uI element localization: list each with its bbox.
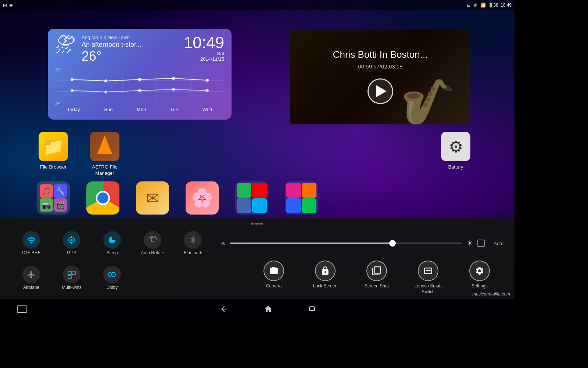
screenshot-action-btn[interactable]: Screen Shot — [356, 261, 397, 295]
bluetooth-status-icon: ⚡ — [473, 3, 478, 8]
brightness-low-icon: ☀ — [220, 240, 226, 247]
folder-grid-1: 🎵 🔧 📷 🎬 — [37, 181, 70, 215]
mail-app[interactable] — [136, 181, 169, 215]
weather-date: 2014/11/15 — [184, 56, 224, 62]
youtube-mini — [252, 183, 267, 198]
panel-handle[interactable] — [0, 218, 514, 230]
recent-nav-btn[interactable] — [301, 302, 323, 316]
file-browser-icon — [39, 132, 68, 161]
settings-action-btn[interactable]: Settings — [459, 261, 500, 295]
day-today: Today — [67, 107, 80, 112]
back-nav-btn[interactable] — [213, 302, 235, 316]
wifi-toggle-label: CTFIBRE — [22, 250, 40, 255]
settings-action-label: Settings — [472, 283, 487, 289]
app-mini-3 — [286, 198, 301, 213]
brightness-thumb — [389, 240, 396, 247]
chrome-app[interactable] — [86, 181, 119, 215]
temp-low-label: 24° — [55, 101, 61, 105]
battery-status-icon: 🔋38 — [488, 3, 498, 8]
auto-brightness-checkbox[interactable] — [477, 240, 485, 247]
battery-app[interactable]: Battery — [441, 132, 470, 170]
weather-temperature: 26° — [82, 49, 178, 64]
wifi-status-icon: 📶 — [480, 3, 486, 8]
folder-cell-3: 📷 — [40, 198, 53, 212]
screenshot-action-label: Screen Shot — [365, 283, 389, 289]
fb-mini — [237, 198, 251, 213]
airplane-label: Airplane — [23, 285, 39, 290]
svg-point-11 — [71, 89, 74, 92]
svg-point-6 — [71, 78, 74, 81]
gps-toggle[interactable]: GPS — [51, 231, 92, 255]
folder-cell-1: 🎵 — [40, 184, 53, 198]
gps-toggle-label: GPS — [67, 250, 76, 255]
weather-widget[interactable]: ⛈ Ang Mo Kio New Town An afternoon t-sto… — [48, 29, 232, 120]
watermark: musicphotolife.com — [472, 291, 510, 297]
wifi-toggle[interactable]: CTFIBRE — [11, 231, 51, 255]
lock-screen-action-btn[interactable]: Lock Screen — [305, 261, 345, 295]
svg-rect-25 — [109, 272, 111, 277]
weather-info: Ang Mo Kio New Town An afternoon t-stor.… — [82, 35, 178, 64]
dolby-label: Dolby — [107, 285, 118, 290]
status-right-icons: ⊟ ⚡ 📶 🔋38 10:49 — [467, 3, 512, 8]
action-buttons: Camera Lock Screen Screen Shot — [254, 261, 500, 295]
status-bar: ⊞ ◈ ⊟ ⚡ 📶 🔋38 10:49 — [0, 0, 514, 10]
auto-brightness-label: Auto — [494, 241, 503, 246]
astro-app[interactable]: ASTRO File Manager — [88, 132, 121, 177]
svg-point-13 — [138, 89, 141, 92]
file-browser-app[interactable]: File Browser — [37, 132, 70, 170]
svg-point-12 — [104, 91, 107, 93]
svg-rect-28 — [309, 307, 315, 311]
sleep-toggle[interactable]: Sleep — [92, 231, 132, 255]
weather-chart — [55, 73, 224, 99]
camera-action-icon — [263, 261, 284, 281]
folder-app-1[interactable]: 🎵 🔧 📷 🎬 — [37, 181, 70, 215]
spotify-mini — [237, 183, 251, 198]
sleep-toggle-label: Sleep — [107, 250, 118, 255]
navigation-bar — [0, 299, 514, 319]
music-title: Chris Botti In Boston... — [333, 49, 428, 60]
music-widget[interactable]: Chris Botti In Boston... 00:59:57/02:03:… — [290, 29, 470, 124]
svg-rect-23 — [72, 271, 75, 275]
lock-screen-action-icon — [315, 261, 336, 281]
smart-switch-action-btn[interactable]: Lenovo Smart Switch — [408, 261, 448, 295]
brightness-slider[interactable] — [230, 243, 462, 244]
dolby-icon — [103, 266, 121, 283]
quick-bottom-row: Airplane Multi-wins Dolby Camera — [0, 257, 514, 298]
svg-point-15 — [206, 89, 209, 92]
play-button[interactable] — [368, 78, 393, 104]
screen-cast-icon: ⊟ — [467, 3, 470, 8]
rotate-toggle-label: Auto Rotate — [141, 250, 164, 255]
dolby-toggle[interactable]: Dolby — [92, 266, 132, 290]
sleep-toggle-icon — [103, 231, 121, 249]
brightness-fill — [230, 243, 392, 244]
astro-label: ASTRO File Manager — [88, 164, 121, 177]
camera-action-btn[interactable]: Camera — [254, 261, 294, 295]
screenshot-action-icon — [366, 261, 387, 281]
svg-rect-22 — [68, 271, 71, 275]
app-mini-1 — [286, 183, 301, 198]
multi-folder-app[interactable] — [285, 181, 318, 215]
day-mon: Mon — [137, 107, 146, 112]
battery-app-icon — [441, 132, 470, 161]
wifi-toggle-icon — [22, 231, 40, 249]
bluetooth-toggle[interactable]: Bluetooth — [173, 231, 213, 255]
weather-location: Ang Mo Kio New Town — [82, 35, 178, 40]
auto-rotate-toggle[interactable]: Auto Rotate — [132, 231, 173, 255]
svg-rect-29 — [310, 306, 314, 307]
rotate-toggle-icon — [144, 231, 161, 249]
battery-app-label: Battery — [448, 164, 463, 170]
brightness-high-icon: ☀ — [466, 239, 473, 248]
multiwins-icon — [63, 266, 80, 283]
home-nav-btn[interactable] — [257, 302, 279, 316]
twitter-mini — [252, 198, 267, 213]
multiwins-toggle[interactable]: Multi-wins — [51, 266, 92, 290]
svg-point-9 — [172, 77, 175, 80]
multiwindow-nav-btn[interactable] — [11, 302, 33, 316]
svg-point-8 — [138, 78, 141, 81]
quick-settings-panel: CTFIBRE GPS Sleep Auto Rotate — [0, 218, 514, 299]
airplane-toggle[interactable]: Airplane — [11, 266, 51, 290]
media-folder-app[interactable] — [235, 181, 268, 215]
photos-app[interactable]: 🌸 — [186, 181, 219, 215]
day-tue: Tue — [170, 107, 178, 112]
airplane-icon — [22, 266, 40, 283]
